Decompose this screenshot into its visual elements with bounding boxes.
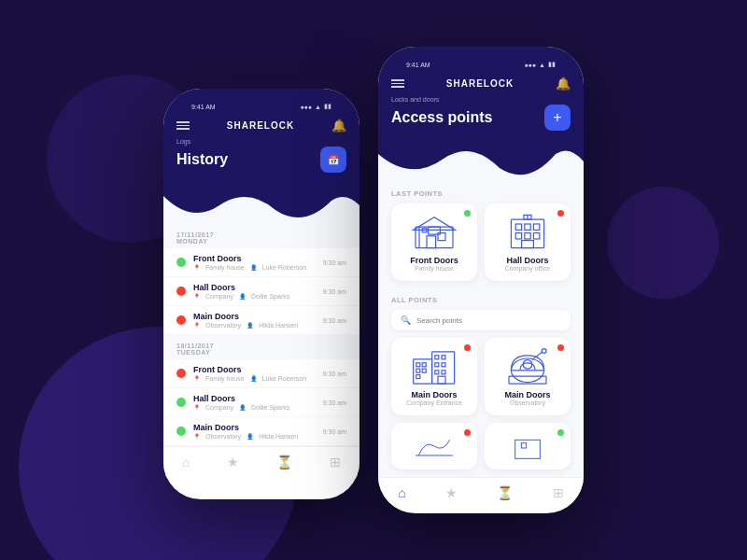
user-icon: 👤: [239, 404, 246, 411]
nav-settings-right[interactable]: ⊞: [553, 485, 564, 500]
card-status-red-3: [557, 344, 564, 351]
buildings-icon: [412, 347, 457, 385]
phones-container: 9:41 AM ●●● ▲ ▮▮ SHARELOCK 🔔 Logs Histor…: [163, 47, 584, 513]
card-sub-hall: Company office: [505, 265, 551, 272]
nav-star-right[interactable]: ★: [445, 485, 458, 500]
nav-star-left[interactable]: ★: [227, 455, 239, 469]
location-icon: 📍: [193, 293, 200, 300]
bell-icon-left[interactable]: 🔔: [331, 119, 346, 133]
partial-icon-2: [509, 432, 546, 460]
breadcrumb-left: Logs: [176, 138, 346, 145]
card-partial-1[interactable]: [391, 423, 477, 469]
log-item: Main Doors 📍 Observatory 👤 Hilda Hansen …: [163, 306, 359, 334]
app-title-left: SHARELOCK: [227, 120, 294, 131]
svg-rect-28: [435, 371, 439, 374]
svg-rect-22: [422, 369, 426, 372]
svg-rect-11: [515, 233, 521, 239]
app-title-right: SHARELOCK: [446, 78, 514, 89]
card-status-red-4: [464, 429, 471, 436]
signal-icon: ●●●: [300, 104, 312, 110]
svg-rect-10: [533, 224, 539, 230]
nav-home-left[interactable]: ⌂: [182, 455, 190, 469]
svg-rect-12: [525, 233, 530, 239]
last-points-label: LAST POINTS: [378, 182, 584, 203]
log-time: 9:30 am: [323, 428, 346, 435]
page-title-right: Access points: [391, 109, 492, 126]
status-dot-green: [176, 258, 186, 267]
bottom-nav-right: ⌂ ★ ⏳ ⊞: [378, 477, 584, 510]
search-input[interactable]: [416, 316, 561, 325]
bottom-nav-left: ⌂ ★ ⏳ ⊞: [163, 446, 359, 479]
all-points-label: ALL POINTS: [378, 288, 584, 310]
partial-icon-1: [416, 432, 453, 460]
nav-history-left[interactable]: ⏳: [276, 455, 292, 469]
svg-rect-26: [435, 363, 439, 367]
card-title-front: Front Doors: [410, 256, 458, 265]
observatory-icon: [505, 347, 550, 385]
more-points-cards: [378, 423, 584, 477]
log-item: Front Doors 📍 Family house 👤 Luke Robers…: [163, 359, 359, 387]
svg-rect-30: [438, 376, 445, 384]
location-icon: 📍: [193, 264, 200, 271]
wave-left: [163, 177, 359, 224]
log-time: 9:30 am: [323, 399, 346, 406]
card-title-main1: Main Doors: [411, 390, 457, 399]
card-title-hall: Hall Doors: [506, 256, 548, 265]
search-bar: 🔍: [391, 310, 571, 330]
last-points-cards: Front Doors Family house: [378, 203, 584, 288]
log-time: 9:30 am: [323, 317, 346, 324]
svg-rect-20: [422, 363, 426, 367]
page-title-left: History: [176, 151, 228, 168]
log-time: 9:30 am: [323, 288, 346, 295]
svg-rect-8: [515, 224, 521, 230]
signal-bars-icon: ●●●: [524, 62, 536, 68]
svg-point-34: [542, 349, 546, 354]
status-dot-red: [176, 315, 186, 325]
section-date-1: 17/11/2017 MONDAY: [163, 224, 359, 248]
add-button[interactable]: +: [544, 105, 571, 131]
card-partial-2[interactable]: [485, 423, 571, 469]
location-icon: 📍: [193, 433, 200, 440]
card-hall-doors[interactable]: Hall Doors Company office: [485, 203, 571, 281]
status-time-right: 9:41 AM: [406, 62, 430, 68]
location-icon: 📍: [193, 375, 200, 382]
card-sub-front: Family house: [415, 265, 454, 272]
status-dot-red: [176, 369, 186, 378]
card-sub-main1: Company Entrance: [406, 399, 462, 406]
phone-body-left: 17/11/2017 MONDAY Front Doors 📍 Family h…: [163, 224, 359, 446]
bell-icon-right[interactable]: 🔔: [556, 77, 571, 91]
calendar-button[interactable]: 📅: [320, 147, 346, 173]
breadcrumb-right: Locks and doors: [391, 96, 571, 103]
card-front-doors[interactable]: Front Doors Family house: [391, 203, 477, 281]
user-icon: 👤: [247, 433, 253, 440]
status-dot-red: [176, 287, 186, 296]
log-time: 9:30 am: [323, 259, 346, 266]
menu-icon-right[interactable]: [391, 79, 404, 88]
wifi-icon: ▲: [315, 104, 321, 110]
svg-rect-9: [525, 224, 530, 230]
nav-settings-left[interactable]: ⊞: [330, 455, 341, 469]
svg-rect-19: [416, 363, 420, 367]
log-item: Main Doors 📍 Observatory 👤 Hilda Hansen …: [163, 417, 359, 445]
card-main-doors-observatory[interactable]: Main Doors Observatory: [485, 338, 571, 415]
menu-icon-left[interactable]: [176, 121, 190, 130]
user-icon: 👤: [250, 375, 257, 382]
phone-left: 9:41 AM ●●● ▲ ▮▮ SHARELOCK 🔔 Logs Histor…: [163, 89, 359, 499]
svg-rect-2: [427, 236, 436, 248]
all-points-cards: Main Doors Company Entrance: [378, 338, 584, 423]
nav-history-right[interactable]: ⏳: [497, 485, 513, 500]
nav-home-right[interactable]: ⌂: [398, 485, 405, 500]
status-dot-green: [176, 427, 186, 436]
log-item: Front Doors 📍 Family house 👤 Luke Robers…: [163, 248, 359, 276]
svg-rect-39: [521, 443, 526, 448]
log-item: Hall Doors 📍 Company 👤 Dollie Sparks 9:3…: [163, 277, 359, 305]
status-dot-green: [176, 398, 186, 407]
svg-point-32: [523, 360, 532, 370]
search-icon: 🔍: [401, 315, 411, 325]
card-main-doors-company[interactable]: Main Doors Company Entrance: [391, 338, 477, 415]
house-icon: [412, 213, 457, 250]
status-bar-right: 9:41 AM ●●● ▲ ▮▮: [391, 52, 571, 71]
card-status-green: [464, 210, 471, 217]
status-bar-left: 9:41 AM ●●● ▲ ▮▮: [176, 94, 346, 113]
svg-rect-13: [533, 233, 539, 239]
